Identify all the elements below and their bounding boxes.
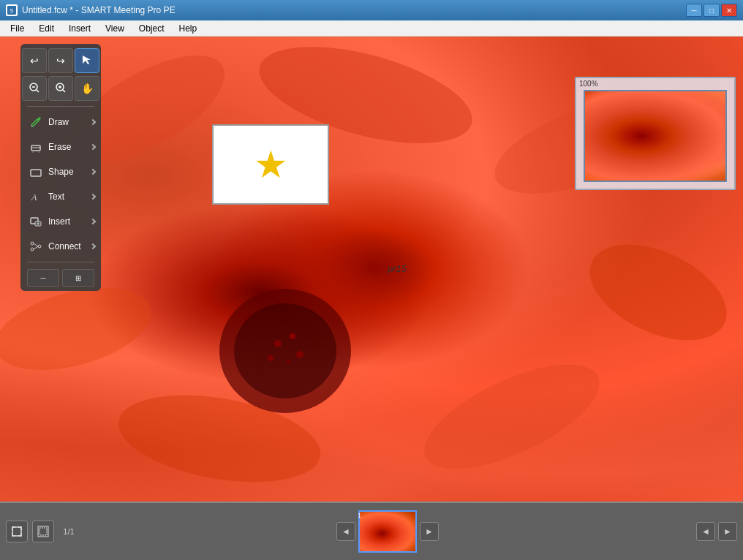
zoom-in-icon xyxy=(55,82,67,96)
undo-button[interactable]: ↩ xyxy=(22,48,47,73)
star-shape: ★ xyxy=(254,145,288,183)
svg-rect-35 xyxy=(12,527,21,536)
zoom-label: 100% xyxy=(579,80,598,88)
title-bar: S Untitled.fcw * - SMART Meeting Pro PE … xyxy=(0,0,743,20)
menu-object[interactable]: Object xyxy=(132,22,172,35)
nav-next-button[interactable]: ► xyxy=(420,522,439,541)
bottom-panel: 1/1 ◄ 1 ► ◄ ► xyxy=(0,502,743,560)
connect-icon xyxy=(29,240,42,253)
svg-line-34 xyxy=(34,246,38,249)
zoom-fit-button[interactable] xyxy=(32,521,54,542)
page-thumbnail-1[interactable] xyxy=(358,510,417,553)
svg-line-18 xyxy=(37,89,39,92)
nav-prev-button[interactable]: ◄ xyxy=(336,522,355,541)
toolbar-divider-2 xyxy=(27,262,94,262)
svg-point-32 xyxy=(38,245,41,248)
close-button[interactable]: ✕ xyxy=(721,4,737,17)
preview-image xyxy=(584,90,727,182)
redo-button[interactable]: ↪ xyxy=(48,48,73,73)
nav-next-icon: ► xyxy=(425,526,434,537)
menu-edit[interactable]: Edit xyxy=(31,22,61,35)
erase-tool[interactable]: Erase xyxy=(23,135,98,159)
thumbnail-number: 1 xyxy=(358,512,361,519)
expand-button[interactable]: ⊞ xyxy=(62,269,94,287)
select-icon xyxy=(81,54,93,68)
insert-label: Insert xyxy=(48,216,92,227)
preview-box: 100% xyxy=(575,77,736,190)
svg-text:A: A xyxy=(31,192,37,203)
pan-icon: ✋ xyxy=(81,83,94,94)
menu-insert[interactable]: Insert xyxy=(61,22,98,35)
shape-tool[interactable]: Shape xyxy=(23,160,98,183)
shape-label: Shape xyxy=(48,167,92,177)
connect-label: Connect xyxy=(48,241,92,251)
shape-icon xyxy=(29,165,42,178)
undo-icon: ↩ xyxy=(30,55,39,67)
toolbar-divider-1 xyxy=(27,106,94,107)
svg-line-33 xyxy=(34,243,38,246)
menu-bar: File Edit Insert View Object Help xyxy=(0,20,743,37)
expand-icon: ⊞ xyxy=(75,274,81,282)
menu-help[interactable]: Help xyxy=(172,22,205,35)
thumbnail-area: ◄ 1 ► xyxy=(83,510,692,553)
fit-page-button[interactable] xyxy=(6,521,28,542)
forward-icon: ► xyxy=(723,526,732,537)
text-icon: A xyxy=(29,190,42,203)
draw-label: Draw xyxy=(48,117,92,127)
erase-label: Erase xyxy=(48,142,92,152)
app-icon: S xyxy=(6,4,18,16)
menu-file[interactable]: File xyxy=(3,22,31,35)
minus-icon: ─ xyxy=(40,274,45,282)
page-counter: 1/1 xyxy=(59,527,79,536)
back-button[interactable]: ◄ xyxy=(696,522,715,541)
menu-view[interactable]: View xyxy=(98,22,132,35)
text-label: Text xyxy=(48,192,92,202)
svg-point-30 xyxy=(31,242,34,245)
pan-button[interactable]: ✋ xyxy=(75,76,99,101)
select-button[interactable] xyxy=(75,48,99,73)
star-box: ★ xyxy=(212,124,329,205)
nav-prev-icon: ◄ xyxy=(342,526,350,537)
zoom-in-button[interactable] xyxy=(48,76,73,101)
canvas-area: ↩ ↪ ✋ xyxy=(0,37,743,502)
zoom-out-button[interactable] xyxy=(22,76,47,101)
zoom-out-icon xyxy=(29,82,40,96)
svg-rect-37 xyxy=(39,528,47,535)
maximize-button[interactable]: □ xyxy=(704,4,720,17)
draw-icon xyxy=(29,116,42,129)
back-icon: ◄ xyxy=(701,526,710,537)
window-title: Untitled.fcw * - SMART Meeting Pro PE xyxy=(22,5,176,15)
svg-rect-24 xyxy=(31,170,41,176)
connect-tool[interactable]: Connect xyxy=(23,235,98,258)
svg-line-22 xyxy=(63,89,66,92)
forward-button[interactable]: ► xyxy=(718,522,737,541)
svg-point-31 xyxy=(31,248,34,251)
minimize-button[interactable]: ─ xyxy=(686,4,702,17)
canvas-text-annotation: pr15 xyxy=(388,263,407,274)
erase-icon xyxy=(29,140,42,154)
insert-icon xyxy=(29,215,42,228)
svg-text:S: S xyxy=(10,7,13,14)
insert-tool[interactable]: Insert xyxy=(23,210,98,233)
minus-button[interactable]: ─ xyxy=(27,269,59,287)
draw-tool[interactable]: Draw xyxy=(23,110,98,134)
toolbar: ↩ ↪ ✋ xyxy=(20,44,101,291)
redo-icon: ↪ xyxy=(56,55,65,67)
text-tool[interactable]: A Text xyxy=(23,185,98,208)
